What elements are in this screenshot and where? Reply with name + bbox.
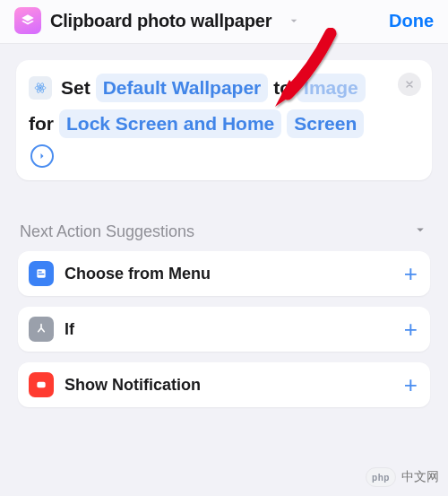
header-left: Clipboard photo wallpaper [14, 7, 306, 34]
connector-to: to [273, 73, 291, 103]
chevron-down-icon [412, 222, 428, 238]
watermark: php 中文网 [366, 467, 439, 487]
chevron-right-icon [37, 151, 47, 161]
menu-icon [29, 261, 54, 286]
shortcut-title[interactable]: Clipboard photo wallpaper [50, 11, 271, 31]
suggestion-show-notification[interactable]: Show Notification + [18, 362, 430, 407]
action-verb: Set [61, 73, 90, 103]
title-disclosure[interactable] [282, 9, 306, 32]
add-icon[interactable]: + [404, 373, 418, 396]
add-icon[interactable]: + [404, 318, 418, 341]
connector-for: for [29, 109, 54, 139]
scope-param-line2[interactable]: Screen [287, 109, 364, 138]
suggestion-label: Show Notification [65, 376, 404, 395]
suggestion-choose-from-menu[interactable]: Choose from Menu + [18, 251, 430, 296]
suggestions-section: Next Action Suggestions Choose from Menu… [16, 222, 432, 407]
image-param[interactable]: Image [297, 74, 366, 102]
chevron-down-icon [287, 13, 301, 28]
wallpaper-action-icon [29, 76, 52, 100]
done-button[interactable]: Done [389, 11, 434, 31]
shortcut-app-icon[interactable] [14, 7, 41, 34]
suggestions-heading: Next Action Suggestions [20, 222, 194, 241]
close-icon [404, 79, 415, 90]
svg-rect-5 [39, 271, 42, 272]
notification-icon [29, 372, 54, 397]
header-bar: Clipboard photo wallpaper Done [0, 0, 448, 44]
svg-point-0 [39, 87, 42, 90]
svg-rect-7 [37, 382, 45, 388]
wallpaper-param[interactable]: Default Wallpaper [96, 74, 269, 102]
suggestion-label: If [65, 320, 404, 339]
action-sentence: Set Default Wallpaper to Image for Lock … [29, 73, 392, 168]
watermark-badge: php [366, 467, 396, 487]
scope-param-line1[interactable]: Lock Screen and Home [59, 109, 281, 138]
action-expand-button[interactable] [30, 144, 54, 168]
remove-action-button[interactable] [398, 73, 421, 96]
editor-content: Set Default Wallpaper to Image for Lock … [0, 44, 448, 407]
layers-icon [20, 13, 36, 29]
set-wallpaper-action[interactable]: Set Default Wallpaper to Image for Lock … [16, 60, 432, 180]
suggestions-collapse[interactable] [412, 222, 428, 242]
watermark-text: 中文网 [401, 469, 439, 485]
svg-rect-6 [39, 274, 45, 274]
suggestions-header[interactable]: Next Action Suggestions [18, 222, 430, 251]
add-icon[interactable]: + [404, 262, 418, 285]
suggestion-label: Choose from Menu [65, 265, 404, 283]
suggestion-if[interactable]: If + [18, 307, 430, 352]
atom-icon [33, 81, 47, 95]
branch-icon [29, 317, 54, 342]
